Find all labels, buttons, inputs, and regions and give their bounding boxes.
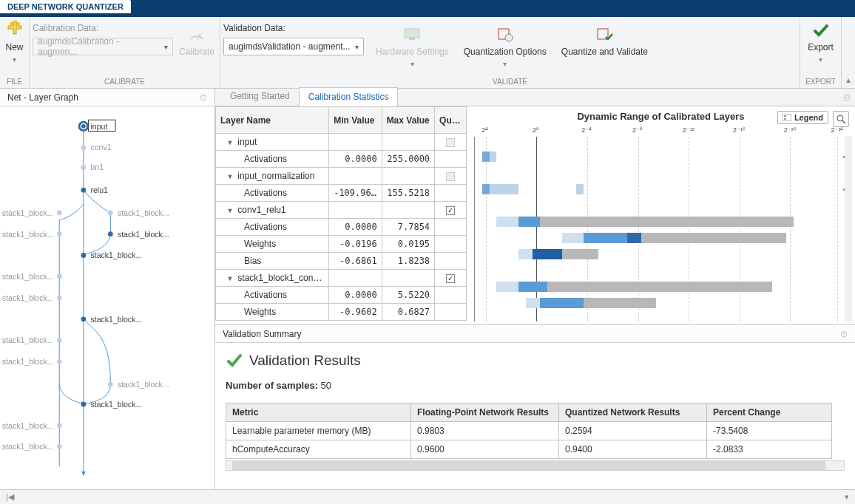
validation-data-combo[interactable]: augimdsValidation - augment... ▾ (223, 38, 364, 55)
table-row[interactable]: Activations0.00005.5220 (216, 287, 467, 304)
tab-calibration-statistics[interactable]: Calibration Statistics (299, 87, 399, 106)
svg-text:stack1_block...: stack1_block... (2, 208, 54, 217)
svg-point-33 (57, 296, 62, 301)
svg-text:stack1_block...: stack1_block... (2, 336, 54, 344)
table-row[interactable]: ▼ input (216, 134, 467, 151)
validation-summary-header: Validation Summary ⊙ (215, 325, 855, 343)
title-bar: DEEP NETWORK QUANTIZER (0, 0, 855, 17)
col-layer-name[interactable]: Layer Name (216, 107, 329, 134)
zoom-button[interactable] (833, 111, 849, 127)
calibration-table[interactable]: Layer Name Min Value Max Value Quant... … (215, 106, 467, 321)
svg-point-15 (81, 145, 87, 150)
status-left-icon[interactable]: |◀ (6, 492, 14, 502)
table-row[interactable]: Activations0.00007.7854 (216, 219, 467, 236)
close-icon[interactable]: ⊙ (840, 329, 848, 339)
quantization-options-button[interactable]: Quantization Options ▾ (461, 23, 550, 69)
svg-point-35 (81, 316, 87, 321)
svg-text:stack1_block...: stack1_block... (90, 315, 142, 324)
quantize-validate-icon (594, 24, 615, 45)
svg-point-43 (81, 402, 87, 407)
layer-graph[interactable]: inputconv1bn1relu1stack1_block...stack1_… (0, 106, 214, 489)
range-chart[interactable]: •••••• (474, 137, 837, 321)
svg-text:stack1_block...: stack1_block... (2, 421, 54, 430)
svg-point-12 (81, 124, 86, 129)
quantize-checkbox[interactable] (446, 172, 455, 181)
table-row[interactable]: Bias-0.68611.8238 (216, 253, 467, 270)
validation-data-label: Validation Data: (223, 23, 364, 33)
close-icon[interactable]: ⊙ (843, 92, 851, 103)
metrics-table: Metric Floating-Point Network Results Qu… (226, 403, 832, 459)
svg-text:stack1_block...: stack1_block... (118, 208, 169, 217)
svg-text:stack1_block...: stack1_block... (2, 230, 54, 239)
close-icon[interactable]: ⊙ (200, 92, 207, 103)
chevron-down-icon: ▾ (355, 43, 359, 51)
options-icon (495, 24, 516, 45)
chart-title: Dynamic Range of Calibrated Layers Legen… (467, 106, 855, 126)
svg-rect-4 (409, 38, 415, 40)
status-right-icon[interactable]: ▾ (845, 492, 849, 502)
validation-results-title: Validation Results (226, 352, 845, 370)
magnifier-icon (836, 114, 846, 124)
samples-count: Number of samples: 50 (226, 380, 845, 391)
chevron-down-icon: ▾ (13, 55, 16, 64)
svg-rect-3 (405, 29, 419, 38)
svg-point-45 (57, 423, 62, 428)
export-button[interactable]: Export ▾ (805, 18, 837, 65)
svg-point-19 (81, 188, 87, 193)
legend-icon (783, 114, 791, 121)
new-icon (4, 20, 25, 41)
col-max-value[interactable]: Max Value (382, 107, 434, 134)
app-title-tab: DEEP NETWORK QUANTIZER (0, 0, 131, 13)
col-min-value[interactable]: Min Value (329, 107, 382, 134)
svg-text:stack1_block...: stack1_block... (90, 400, 142, 409)
svg-text:stack1_block...: stack1_block... (118, 380, 169, 389)
layer-graph-header: Net - Layer Graph ⊙ (0, 89, 214, 106)
svg-point-47 (57, 444, 62, 449)
calibration-data-combo[interactable]: augimdsCalibration - augmen... ▾ (33, 38, 173, 55)
quantize-checkbox[interactable] (446, 206, 455, 215)
chevron-down-icon: ▾ (410, 60, 414, 68)
quantize-validate-button[interactable]: Quantize and Validate (558, 23, 651, 58)
table-row[interactable]: Activations-109.9629155.5218 (216, 185, 467, 202)
svg-text:stack1_block...: stack1_block... (2, 272, 54, 281)
legend-button[interactable]: Legend (777, 111, 828, 124)
svg-text:stack1_block...: stack1_block... (2, 442, 54, 451)
svg-point-41 (108, 382, 113, 387)
horizontal-scrollbar[interactable] (226, 460, 845, 471)
quantize-checkbox[interactable] (446, 274, 455, 283)
table-row[interactable]: Weights-0.96020.6827 (216, 304, 467, 321)
chevron-down-icon: ▾ (503, 60, 507, 68)
chevron-down-icon: ▾ (164, 43, 168, 51)
svg-text:bn1: bn1 (90, 163, 104, 171)
check-icon (226, 352, 243, 370)
svg-text:relu1: relu1 (90, 185, 108, 194)
check-icon (811, 20, 831, 41)
table-row[interactable]: ▼ conv1_relu1 (216, 202, 467, 219)
ribbon-collapse-icon[interactable]: ▴ (842, 17, 855, 88)
table-row: Learnable parameter memory (MB)0.98030.2… (226, 422, 832, 440)
svg-point-6 (505, 34, 513, 41)
table-row[interactable]: ▼ stack1_block1_conv... (216, 270, 467, 287)
svg-rect-51 (784, 118, 786, 120)
hardware-settings-button[interactable]: Hardware Settings ▾ (373, 23, 452, 69)
svg-rect-50 (784, 115, 786, 117)
col-quantize[interactable]: Quant... (435, 107, 467, 134)
scrollbar[interactable] (845, 136, 852, 321)
svg-point-21 (57, 211, 62, 216)
calibrate-button[interactable]: Calibrate (176, 23, 217, 58)
svg-point-17 (81, 165, 87, 170)
svg-point-39 (57, 359, 62, 364)
svg-text:stack1_block...: stack1_block... (90, 251, 142, 259)
quantize-checkbox[interactable] (446, 138, 455, 147)
calibration-data-label: Calibration Data: (33, 23, 173, 33)
table-row[interactable]: Activations0.0000255.0000 (216, 151, 467, 168)
table-row[interactable]: ▼ input_normalization (216, 168, 467, 185)
new-button[interactable]: New ▾ (1, 18, 28, 65)
status-bar: |◀ ▾ (0, 489, 855, 504)
svg-text:stack1_block...: stack1_block... (2, 293, 54, 302)
table-row[interactable]: Weights-0.01960.0195 (216, 236, 467, 253)
hardware-icon (402, 24, 422, 45)
tab-getting-started[interactable]: Getting Started (221, 87, 299, 106)
ribbon: New ▾ FILE Calibration Data: augimdsCali… (0, 17, 855, 89)
svg-text:stack1_block...: stack1_block... (118, 230, 169, 239)
